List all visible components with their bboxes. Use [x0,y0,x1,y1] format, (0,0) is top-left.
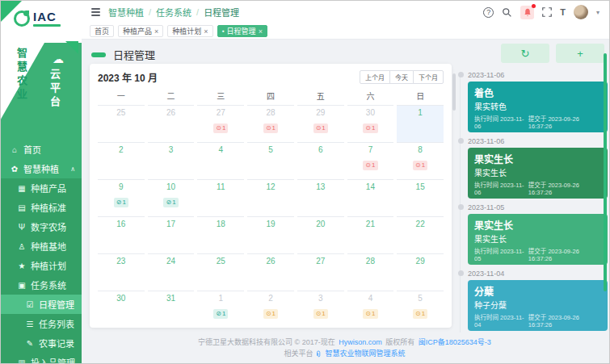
sidebar-item-task-list[interactable]: ☰任务列表 [1,314,82,333]
calendar-day-cell[interactable]: 7⊙1 [347,142,394,179]
calendar-day-cell[interactable]: 26 [247,253,294,291]
calendar-day-cell[interactable]: 30 [98,291,145,328]
calendar-day-cell[interactable]: 20 [297,216,344,253]
sidebar-menu: ⌂首页✿智慧种植∧▦种植产品▤种植标准Ψ数字农场♙种植基地★种植计划▣任务系统☑… [1,140,82,364]
calendar-day-cell[interactable]: 14 [347,179,394,216]
weekday-row: 一二三四五六日 [90,87,452,105]
calendar-day-cell[interactable]: 10⊘1 [148,179,195,216]
tab-首页[interactable]: 首页 [90,25,114,37]
calendar-day-cell[interactable]: 27 [297,253,344,291]
help-icon[interactable]: ? [483,7,494,18]
footer-related-link[interactable]: 智慧农业物联网管理系统 [326,349,406,358]
calendar-day-cell[interactable]: 17 [148,216,195,253]
calendar-day-cell[interactable]: 11 [197,179,244,216]
calendar-day-cell[interactable]: 13 [297,179,344,216]
sidebar-item-smart-planting[interactable]: ✿智慧种植∧ [1,159,82,178]
content-scrollbar-thumb[interactable] [452,73,456,111]
tab-close-icon[interactable]: × [259,27,263,36]
calendar-day-cell[interactable]: 15 [397,179,444,216]
sidebar-item-digital-farm[interactable]: Ψ数字农场 [1,217,82,236]
footer-site-link[interactable]: Hywison.com [339,338,382,346]
calendar-day-cell[interactable]: 1⊘1 [197,291,244,328]
refresh-button[interactable]: ↻ [501,44,549,63]
today-button[interactable]: 今天 [389,70,414,84]
calendar-day-cell[interactable]: 2⊙1 [247,291,294,328]
breadcrumb-item[interactable]: 智慧种植 [108,6,144,19]
fullscreen-icon[interactable] [542,7,552,17]
day-number: 12 [247,182,294,191]
tab-label: 种植计划 [172,26,201,36]
calendar-day-cell[interactable]: 1 [397,105,444,142]
sidebar-item-planting-standards[interactable]: ▤种植标准 [1,198,82,217]
calendar-day-cell[interactable]: 28⊙1 [247,105,294,142]
chevron-up-icon[interactable]: ∧ [70,165,75,173]
calendar-day-cell[interactable]: 27⊙1 [197,105,244,142]
sidebar-item-planting-products[interactable]: ▦种植产品 [1,178,82,198]
calendar-day-cell[interactable]: 25 [197,253,244,291]
sidebar-item-planting-base[interactable]: ♙种植基地 [1,236,82,256]
avatar[interactable] [574,5,588,19]
weekday-label: 二 [148,87,195,105]
font-size-icon[interactable]: T [560,7,566,17]
calendar-day-cell[interactable]: 24 [148,253,195,291]
calendar-day-cell[interactable]: 3⊙1 [297,291,344,328]
tab-close-icon[interactable]: × [204,27,208,36]
calendar-day-cell[interactable]: 26 [148,105,195,142]
calendar-day-cell[interactable]: 8⊙1 [397,142,444,179]
prev-month-button[interactable]: 上个月 [360,70,390,84]
calendar-day-cell[interactable]: 31 [148,291,195,328]
calendar-day-cell[interactable]: 30⊙1 [347,105,394,142]
search-icon[interactable] [502,7,512,18]
schedule-card[interactable]: 着色果实转色执行时间 2023-11-06提交于 2023-09-26 16:3… [468,82,608,132]
schedule-card[interactable]: 分蘖种子分蘖执行时间 2023-11-04提交于 2023-09-26 16:3… [468,280,608,331]
calendar-day-cell[interactable]: 28 [347,253,394,291]
calendar-day-cell[interactable]: 21 [347,216,394,253]
calendar-day-cell[interactable]: 4 [197,142,244,179]
sidebar-item-farming-records[interactable]: ✎农事记录 [1,333,82,353]
calendar-day-cell[interactable]: 18 [197,216,244,253]
chevron-down-icon[interactable]: ▾ [596,9,599,16]
notification-bell-icon[interactable] [520,6,534,19]
sidebar-item-task-system[interactable]: ▣任务系统 [1,275,82,295]
calendar-day-cell[interactable]: 25 [98,105,145,142]
schedule-card[interactable]: 果实生长果实生长执行时间 2023-11-06提交于 2023-09-26 16… [468,148,608,199]
sidebar-item-planting-plan[interactable]: ★种植计划 [1,256,82,275]
calendar-day-cell[interactable]: 9⊘1 [98,179,145,216]
collapse-menu-icon[interactable] [91,8,100,16]
calendar-day-cell[interactable]: 19 [247,216,294,253]
breadcrumb-item[interactable]: 任务系统 [156,6,191,19]
tab-日程管理[interactable]: ●日程管理× [217,25,267,37]
tab-种植产品[interactable]: 种植产品× [118,25,163,37]
calendar-grid: 252627⊙128⊙129⊙130⊙11234567⊙18⊙19⊘110⊘11… [90,105,452,328]
calendar-day-cell[interactable]: 4⊙1 [347,291,394,328]
panel-scrollbar-thumb[interactable] [604,53,607,291]
breadcrumb-item[interactable]: 日程管理 [204,6,239,19]
tab-close-icon[interactable]: × [154,27,158,36]
calendar-day-cell[interactable]: 5 [247,142,294,179]
footer-icp-link[interactable]: 闽ICP备18025634号-3 [419,338,491,346]
schedule-card-meta: 执行时间 2023-11-06提交于 2023-09-26 16:37:26 [474,114,601,130]
calendar-day-cell[interactable]: 29⊙1 [297,105,344,142]
add-schedule-button[interactable]: + [556,44,604,63]
calendar-day-cell[interactable]: 2 [98,142,145,179]
event-badge-overdue: ⊙1 [363,161,377,170]
calendar-day-cell[interactable]: 23 [98,253,145,291]
schedule-card[interactable]: 果实生长果实生长执行时间 2023-11-05提交于 2023-09-26 16… [468,214,608,265]
sidebar-item-home[interactable]: ⌂首页 [1,140,82,159]
calendar-day-cell[interactable]: 6 [297,142,344,179]
day-number: 27 [297,257,344,266]
calendar-day-cell[interactable]: 22 [397,216,444,253]
next-month-button[interactable]: 下个月 [413,70,444,84]
tab-种植计划[interactable]: 种植计划× [167,25,212,37]
day-number: 10 [148,182,195,191]
calendar-day-cell[interactable]: 29 [397,253,444,291]
sidebar-item-schedule-management[interactable]: ☑日程管理 [1,295,82,314]
sidebar-item-input-management[interactable]: ▥投入品管理 [1,353,82,364]
calendar-day-cell[interactable]: 3 [148,142,195,179]
calendar-day-cell[interactable]: 16 [98,216,145,253]
logo[interactable]: IAC [1,1,82,43]
document-icon: ▤ [17,203,27,212]
calendar-day-cell[interactable]: 12 [247,179,294,216]
breadcrumb: 智慧种植/任务系统/日程管理 [108,6,239,19]
calendar-day-cell[interactable]: 5⊙1 [397,291,444,328]
